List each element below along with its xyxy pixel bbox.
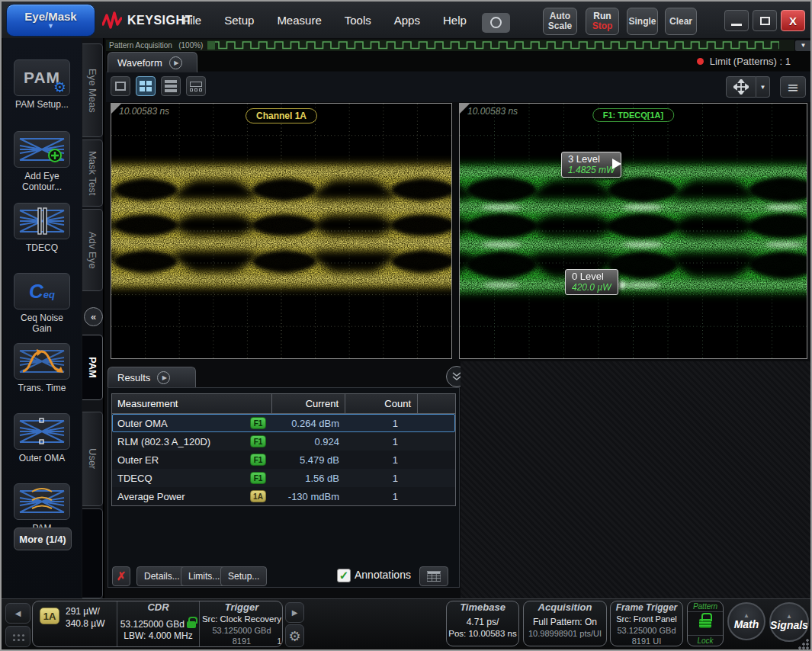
channel-cdr-trigger-group: 1A 291 µW/ 340.8 µW CDR 53.125000 GBd LB… bbox=[32, 601, 283, 647]
layout-single-button[interactable] bbox=[111, 76, 130, 96]
timebase-position-readout: 10.00583 ns bbox=[119, 106, 169, 117]
close-button[interactable]: X bbox=[781, 10, 805, 31]
table-row-average-power[interactable]: Average Power1A -130 mdBm 1 bbox=[112, 487, 455, 505]
pam4-eye-diagram-yellow[interactable] bbox=[111, 104, 451, 358]
waveform-menu-button[interactable]: ≡ bbox=[780, 76, 806, 98]
arrow-up-icon: ▲ bbox=[743, 613, 749, 618]
minimize-icon bbox=[731, 24, 742, 26]
pam4-eye-diagram-green[interactable] bbox=[460, 104, 807, 358]
run-stop-button[interactable]: Run Stop bbox=[586, 8, 619, 35]
collapse-sidebar-button[interactable]: « bbox=[84, 307, 103, 326]
timebase-position-readout: 10.00583 ns bbox=[467, 106, 518, 117]
layout-mixed-button[interactable] bbox=[186, 76, 206, 96]
menu-measure[interactable]: Measure bbox=[277, 14, 321, 27]
results-panel-tab[interactable]: Results ▶ bbox=[108, 367, 196, 387]
tab-eye-meas[interactable]: Eye Meas bbox=[82, 43, 103, 137]
pam-gear-icon: PAM ⚙ bbox=[14, 59, 70, 96]
column-current[interactable]: Current bbox=[272, 394, 345, 413]
delete-measurement-button[interactable]: ✗ bbox=[112, 566, 130, 586]
tab-user[interactable]: User bbox=[82, 412, 103, 506]
column-count[interactable]: Count bbox=[345, 394, 418, 413]
tab-mask-test[interactable]: Mask Test bbox=[82, 140, 103, 207]
details-button[interactable]: Details... bbox=[136, 566, 188, 586]
sidebar-item-pam-setup[interactable]: PAM ⚙ PAM Setup... bbox=[14, 59, 70, 110]
setup-button[interactable]: Setup... bbox=[220, 566, 267, 586]
arrow-left-icon: ◀ bbox=[15, 609, 21, 617]
menu-help[interactable]: Help bbox=[443, 14, 467, 27]
channel-grid-button[interactable] bbox=[5, 626, 30, 647]
eye-plus-icon bbox=[14, 131, 70, 168]
eye-panel-f1-tdecq[interactable]: 10.00583 ns F1: TDECQ[1A] bbox=[459, 103, 807, 359]
pattern-lock-button[interactable]: Pattern Lock bbox=[687, 601, 724, 646]
menu-setup[interactable]: Setup bbox=[224, 14, 254, 27]
pan-dropdown-button[interactable]: ▼ bbox=[756, 76, 770, 98]
waveform-panel-tab[interactable]: Waveform ▶ bbox=[108, 52, 197, 72]
sidebar-item-tdecq[interactable]: TDECQ bbox=[14, 203, 70, 253]
layout-quad-button[interactable] bbox=[136, 76, 156, 96]
screenshot-camera-button[interactable] bbox=[482, 13, 510, 33]
grid-dots-icon bbox=[13, 634, 15, 637]
frame-trigger-box[interactable]: Frame Trigger Src: Front Panel 53.125000… bbox=[610, 601, 683, 646]
auto-scale-button[interactable]: Auto Scale bbox=[543, 8, 577, 35]
cdr-section[interactable]: CDR 53.125000 GBd LBW: 4.000 MHz bbox=[117, 601, 199, 646]
sidebar-item-add-eye-contour[interactable]: Add Eye Contour... bbox=[14, 131, 70, 192]
sidebar-item-ceq-noise-gain[interactable]: Ceq Ceq Noise Gain bbox=[14, 273, 70, 334]
column-measurement[interactable]: Measurement bbox=[112, 394, 272, 413]
channel-badge-1a: 1A bbox=[40, 608, 59, 624]
table-row-outer-er[interactable]: Outer ERF1 5.479 dB 1 bbox=[112, 451, 455, 469]
table-row-tdecq[interactable]: TDECQF1 1.56 dB 1 bbox=[112, 469, 455, 487]
table-view-button[interactable] bbox=[419, 566, 448, 586]
trigger-section[interactable]: Trigger Src: Clock Recovery 53.125000 GB… bbox=[199, 601, 284, 646]
play-icon: ▶ bbox=[157, 371, 170, 384]
play-icon: ▶ bbox=[169, 56, 182, 69]
trigger-pattern-length: 8191 bbox=[200, 636, 284, 646]
layout-quad-icon bbox=[140, 81, 152, 91]
minimize-button[interactable] bbox=[724, 10, 749, 31]
statusbar-settings-button[interactable]: ⚙ bbox=[285, 624, 304, 647]
menu-file[interactable]: File bbox=[183, 14, 201, 27]
layout-rows-button[interactable] bbox=[161, 76, 181, 96]
eye-overshoot-icon bbox=[14, 483, 70, 520]
cdr-rate: 53.125000 GBd bbox=[120, 619, 185, 630]
mode-selector-button[interactable]: Eye/Mask ▼ bbox=[6, 4, 95, 37]
eye-panel-channel-1a[interactable]: 10.00583 ns Channel 1A bbox=[111, 103, 452, 359]
scroll-left-button[interactable]: ◀ bbox=[5, 603, 30, 624]
resize-grip[interactable] bbox=[798, 639, 810, 649]
timebase-box[interactable]: Timebase 4.71 ps/ Pos: 10.00583 ns bbox=[446, 601, 519, 646]
source-badge-f1: F1 bbox=[250, 472, 266, 484]
signals-button[interactable]: ▲ Signals bbox=[769, 602, 809, 642]
pan-button[interactable] bbox=[726, 76, 756, 98]
table-row-outer-oma[interactable]: Outer OMAF1 0.264 dBm 1 bbox=[112, 414, 455, 432]
source-badge-f1: F1 bbox=[250, 417, 266, 429]
acquisition-dropdown-button[interactable]: ▼ bbox=[795, 40, 811, 51]
flexdca-window: Eye/Mask ▼ KEYSIGHT File Setup Measure T… bbox=[0, 0, 812, 651]
timebase-scale: 4.71 ps/ bbox=[447, 617, 518, 628]
tab-pam[interactable]: PAM bbox=[82, 335, 103, 400]
arrow-up-icon: ▲ bbox=[786, 614, 792, 619]
clear-button[interactable]: Clear bbox=[665, 8, 697, 35]
menu-apps[interactable]: Apps bbox=[394, 14, 420, 27]
statusbar-play-button[interactable]: ▶ bbox=[285, 602, 304, 623]
sidebar-item-trans-time[interactable]: Trans. Time bbox=[14, 343, 70, 393]
acquisition-box[interactable]: Acquisition Full Pattern: On 10.98998901… bbox=[523, 601, 607, 646]
maximize-button[interactable] bbox=[753, 10, 777, 31]
timebase-title: Timebase bbox=[447, 601, 518, 614]
menu-tools[interactable]: Tools bbox=[345, 14, 371, 27]
more-measurements-button[interactable]: More (1/4) bbox=[14, 528, 72, 550]
eye-oma-icon bbox=[14, 413, 70, 450]
annotations-checkbox[interactable]: ✓ bbox=[337, 569, 351, 582]
source-badge-f1-tdecq[interactable]: F1: TDECQ[1A] bbox=[592, 108, 674, 122]
sidebar-item-outer-oma[interactable]: Outer OMA bbox=[14, 413, 70, 463]
tab-adv-eye[interactable]: Adv Eye bbox=[82, 209, 103, 291]
lock-icon bbox=[187, 621, 196, 628]
annotation-0-level[interactable]: 0 Level 420.0 µW bbox=[565, 269, 618, 295]
single-button[interactable]: Single bbox=[627, 8, 658, 35]
math-button[interactable]: ▲ Math bbox=[727, 602, 765, 640]
channel-1a-section[interactable]: 1A 291 µW/ 340.8 µW bbox=[33, 601, 117, 646]
trigger-source: Src: Clock Recovery bbox=[200, 614, 284, 625]
table-row-rlm[interactable]: RLM (802.3 A_120D)F1 0.924 1 bbox=[112, 432, 455, 451]
pan-zoom-control: ▼ bbox=[726, 76, 770, 98]
acquisition-full-pattern: Full Pattern: On bbox=[524, 617, 606, 628]
frame-trigger-title: Frame Trigger bbox=[611, 601, 682, 614]
source-badge-channel-1a[interactable]: Channel 1A bbox=[246, 108, 317, 123]
